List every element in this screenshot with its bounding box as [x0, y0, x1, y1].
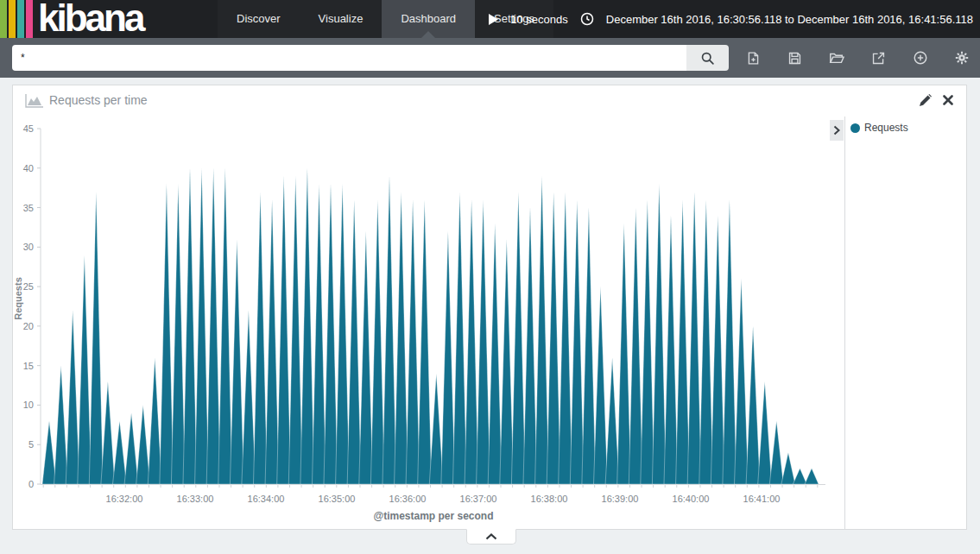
area-spike[interactable] [124, 413, 138, 484]
area-spike[interactable] [781, 452, 795, 484]
new-document-icon[interactable] [744, 49, 762, 66]
area-spike[interactable] [735, 279, 749, 484]
open-folder-icon[interactable] [828, 49, 845, 66]
area-spike[interactable] [641, 199, 654, 484]
area-spike[interactable] [265, 199, 279, 484]
area-spike[interactable] [570, 199, 584, 484]
area-spike[interactable] [559, 192, 572, 484]
kibana-logo[interactable]: kibana [0, 0, 142, 38]
area-spike[interactable] [500, 239, 514, 484]
area-spike[interactable] [453, 192, 467, 484]
area-spike[interactable] [288, 176, 302, 484]
query-bar [0, 38, 980, 78]
area-spike[interactable] [488, 223, 502, 484]
area-spike[interactable] [687, 192, 701, 484]
area-spike[interactable] [465, 199, 478, 484]
area-spike[interactable] [160, 184, 174, 484]
area-spike[interactable] [195, 168, 209, 484]
y-tick-label: 20 [23, 321, 34, 331]
x-tick-label: 16:33:00 [177, 494, 214, 504]
search-button[interactable] [686, 45, 729, 71]
area-spike[interactable] [617, 223, 631, 484]
area-chart-icon [25, 93, 44, 108]
edit-pencil-icon[interactable] [920, 94, 932, 106]
area-spike[interactable] [429, 374, 443, 484]
logo-stripe [17, 0, 24, 38]
y-tick-label: 5 [28, 439, 34, 450]
area-spike[interactable] [406, 199, 420, 484]
save-icon[interactable] [786, 49, 803, 66]
area-spike[interactable] [746, 326, 760, 484]
area-spike[interactable] [676, 199, 690, 484]
area-spike[interactable] [535, 176, 549, 484]
y-tick-label: 25 [23, 281, 34, 292]
refresh-interval-label[interactable]: 10 seconds [510, 13, 568, 26]
area-spike[interactable] [42, 421, 56, 484]
area-spike[interactable] [313, 184, 326, 484]
area-spike[interactable] [605, 358, 619, 485]
x-tick-label: 16:40:00 [673, 494, 710, 504]
area-spike[interactable] [54, 366, 68, 484]
play-icon[interactable] [489, 14, 498, 25]
area-spike[interactable] [136, 405, 150, 484]
area-spike[interactable] [793, 469, 806, 484]
area-spike[interactable] [66, 311, 79, 484]
legend-color-dot [850, 123, 860, 133]
nav-item-dashboard[interactable]: Dashboard [382, 0, 475, 38]
close-icon[interactable] [942, 94, 954, 106]
area-spike[interactable] [664, 216, 678, 484]
area-spike[interactable] [582, 208, 596, 484]
area-spike[interactable] [477, 199, 490, 484]
nav-item-discover[interactable]: Discover [218, 0, 300, 38]
area-spike[interactable] [101, 381, 115, 484]
area-spike[interactable] [254, 192, 268, 484]
area-spike[interactable] [395, 192, 408, 484]
area-spike[interactable] [383, 176, 396, 484]
area-chart: 05101520253035404516:32:0016:33:0016:34:… [13, 116, 844, 529]
time-range-label[interactable]: December 16th 2016, 16:30:56.118 to Dece… [606, 13, 973, 26]
area-spike[interactable] [594, 286, 608, 484]
legend-toggle-button[interactable] [830, 120, 844, 141]
add-visualization-icon[interactable] [912, 49, 929, 66]
collapse-panel-button[interactable] [466, 529, 516, 545]
area-spike[interactable] [629, 208, 642, 484]
options-gear-icon[interactable] [953, 49, 971, 66]
area-spike[interactable] [347, 199, 361, 484]
area-spike[interactable] [523, 208, 537, 484]
area-spike[interactable] [78, 255, 92, 485]
area-spike[interactable] [441, 231, 455, 484]
area-spike[interactable] [89, 192, 103, 484]
area-spike[interactable] [230, 239, 243, 484]
area-spike[interactable] [511, 192, 525, 484]
area-spike[interactable] [242, 311, 256, 484]
area-spike[interactable] [336, 184, 350, 484]
area-spike[interactable] [370, 199, 384, 484]
area-spike[interactable] [183, 168, 197, 484]
x-axis-title: @timestamp per second [373, 510, 493, 522]
legend-item-requests[interactable]: Requests [850, 122, 908, 134]
area-spike[interactable] [652, 184, 666, 484]
area-spike[interactable] [359, 231, 373, 484]
area-spike[interactable] [324, 184, 338, 484]
share-icon[interactable] [869, 49, 887, 66]
area-spike[interactable] [218, 168, 232, 484]
area-spike[interactable] [277, 176, 291, 484]
area-spike[interactable] [723, 199, 737, 484]
area-spike[interactable] [547, 192, 560, 484]
area-spike[interactable] [206, 168, 220, 484]
area-spike[interactable] [171, 184, 185, 484]
clock-icon [580, 12, 594, 26]
y-tick-label: 30 [23, 242, 34, 252]
area-spike[interactable] [758, 381, 772, 484]
area-spike[interactable] [699, 199, 713, 484]
area-spike[interactable] [148, 358, 161, 485]
area-spike[interactable] [711, 216, 724, 484]
search-input[interactable] [12, 45, 686, 71]
area-spike[interactable] [769, 421, 783, 484]
area-spike[interactable] [418, 199, 432, 484]
nav-item-visualize[interactable]: Visualize [300, 0, 383, 38]
area-spike[interactable] [805, 469, 819, 484]
area-spike[interactable] [300, 168, 314, 484]
area-spike[interactable] [113, 421, 127, 484]
y-tick-label: 10 [23, 400, 34, 410]
